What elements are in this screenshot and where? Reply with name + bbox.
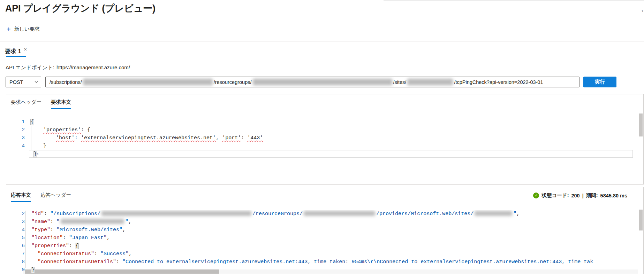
code-token: : <box>75 135 81 141</box>
code-line: 3 "name": "", <box>6 218 638 226</box>
line-number: 2 <box>11 210 25 218</box>
overflow-menu-icon[interactable]: … <box>148 3 154 9</box>
status-code-label: 状態コード: <box>541 192 569 199</box>
code-token: 'externalservicepingtest.azurewebsites.n… <box>81 135 216 141</box>
code-token: " <box>513 211 516 217</box>
redacted-text <box>101 211 251 216</box>
code-token <box>25 251 38 257</box>
api-endpoint-url: https://management.azure.com/ <box>56 64 130 71</box>
line-number: 2 <box>11 126 25 134</box>
response-status: ✓ 状態コード: 200 | 期間: 5845.80 ms <box>533 192 627 199</box>
execute-button[interactable]: 実行 <box>583 77 616 87</box>
code-token: { <box>31 119 34 125</box>
code-token: "Success" <box>100 251 129 257</box>
chevron-down-icon <box>35 80 38 83</box>
close-icon[interactable]: ✕ <box>24 47 27 52</box>
code-line: 8 "connectionStatusDetails": "Connected … <box>6 258 638 266</box>
code-token: : <box>69 243 75 249</box>
top-border <box>384 0 644 1</box>
api-endpoint-label: API エンドポイント: <box>6 64 54 71</box>
code-token: " <box>125 219 128 225</box>
request-editor-vertical-scrollbar[interactable] <box>639 113 643 136</box>
line-number: 4 <box>11 142 25 150</box>
tab-response-body[interactable]: 応答本文 <box>11 192 31 202</box>
code-token: } <box>31 143 46 149</box>
active-tab-underline <box>6 56 26 57</box>
code-token: : { <box>81 127 90 133</box>
http-method-value: POST <box>9 79 23 85</box>
duration-label: 期間: <box>586 192 598 199</box>
collapse-chevron-icon[interactable]: › <box>642 8 643 14</box>
code-token: : <box>50 219 56 225</box>
code-token: "type" <box>31 227 50 233</box>
line-number: 3 <box>11 218 25 226</box>
code-line: 4 "type": "Microsoft.Web/sites", <box>6 226 638 234</box>
redacted-text <box>475 211 512 216</box>
code-token <box>25 267 31 273</box>
code-token: , <box>128 219 131 225</box>
tab-request-1[interactable]: 要求 1 ✕ <box>5 48 27 55</box>
code-token: , <box>122 227 126 233</box>
code-token: "Japan East" <box>69 235 107 241</box>
code-line: 3 'host': 'externalservicepingtest.azure… <box>6 134 638 142</box>
code-token: "connectionStatusDetails" <box>38 259 116 265</box>
code-token: '443' <box>247 135 263 141</box>
code-line: 2 'properties': { <box>6 126 638 134</box>
code-token: : <box>94 251 100 257</box>
code-token: "Connected to externalservicepingtest.az… <box>122 259 593 265</box>
tab-response-headers[interactable]: 応答ヘッダー <box>40 192 71 202</box>
line-number: 9 <box>11 266 25 274</box>
http-method-dropdown[interactable]: POST <box>6 77 41 87</box>
response-panel-tabs: 応答本文 応答ヘッダー <box>11 192 71 202</box>
new-request-button[interactable]: + 新しい要求 <box>7 26 40 32</box>
tab-request-1-label: 要求 1 <box>5 48 21 55</box>
code-token: /subscriptions/ <box>50 79 82 85</box>
code-token: , <box>216 135 222 141</box>
code-token: "location" <box>31 235 63 241</box>
code-token: "connectionStatus" <box>38 251 94 257</box>
request-url-input[interactable]: /subscriptions//resourcegroups//sites//t… <box>45 77 579 87</box>
page-title: API プレイグラウンド (プレビュー) <box>5 2 156 15</box>
code-token: : <box>44 211 50 217</box>
request-body-editor[interactable]: 1{2 'properties': {3 'host': 'externalse… <box>6 118 638 184</box>
code-token <box>25 235 31 241</box>
code-token <box>25 227 31 233</box>
code-token <box>25 219 31 225</box>
tab-request-headers[interactable]: 要求ヘッダー <box>11 99 41 109</box>
code-line: 6 "properties": { <box>6 242 638 250</box>
code-token: } <box>31 267 35 273</box>
code-token: /resourcegroups/ <box>214 79 252 85</box>
line-number: 6 <box>11 242 25 250</box>
plus-icon: + <box>7 26 11 32</box>
line-number: 4 <box>11 226 25 234</box>
code-token: "Microsoft.Web/sites" <box>56 227 122 233</box>
code-token: " <box>56 219 60 225</box>
response-body-editor[interactable]: 2 "id": "/subscriptions//resourceGroups/… <box>6 210 638 274</box>
code-token: : <box>116 259 122 265</box>
response-editor-vertical-scrollbar[interactable] <box>639 210 643 230</box>
code-token: /resourceGroups/ <box>252 211 303 217</box>
redacted-text <box>83 79 213 85</box>
code-token <box>25 259 38 265</box>
code-token: , <box>516 211 520 217</box>
line-number: 1 <box>11 118 25 126</box>
code-line: 5} <box>6 150 638 158</box>
code-line: 7 "connectionStatus": "Success", <box>6 250 638 258</box>
success-check-icon: ✓ <box>533 193 539 198</box>
code-token: } <box>33 151 37 157</box>
api-endpoint: API エンドポイント: https://management.azure.co… <box>6 64 130 71</box>
code-token: "name" <box>31 219 50 225</box>
new-request-label: 新しい要求 <box>14 26 40 32</box>
code-line: 2 "id": "/subscriptions//resourceGroups/… <box>6 210 638 218</box>
redacted-text <box>304 211 375 216</box>
code-line: 9 } <box>6 266 638 274</box>
code-line: 5 "location": "Japan East", <box>6 234 638 242</box>
code-token: : <box>241 135 247 141</box>
code-token: { <box>75 243 78 249</box>
api-playground-page: API プレイグラウンド (プレビュー) … › + 新しい要求 要求 1 ✕ … <box>0 0 644 274</box>
code-token: 'port' <box>222 135 241 141</box>
code-token <box>25 211 31 217</box>
redacted-text <box>61 219 124 224</box>
tab-request-body[interactable]: 要求本文 <box>51 99 71 109</box>
code-token: : <box>50 227 56 233</box>
